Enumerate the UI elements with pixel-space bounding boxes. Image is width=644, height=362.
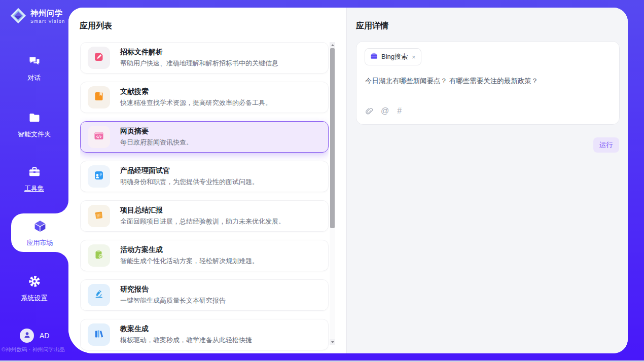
app-detail-title: 应用详情 <box>356 21 388 31</box>
gear-icon <box>28 275 41 290</box>
sidebar-item-1[interactable]: 智能文件夹 <box>0 111 68 139</box>
app-list-title: 应用列表 <box>80 21 112 31</box>
scroll-thumb[interactable] <box>330 48 335 228</box>
brand-logo: 神州问学 Smart Vision <box>9 7 65 27</box>
app-card-1[interactable]: 文献搜索 快速精准查找学术资源，提高研究效率的必备工具。 <box>80 82 329 113</box>
user-initials: AD <box>40 332 49 340</box>
app-card-desc: 明确身份和职责，为您提供专业性的面试问题。 <box>120 177 259 187</box>
prompt-input[interactable]: 今日湖北有哪些新闻要点？ 有哪些需要关注的最新政策？ <box>365 76 611 86</box>
sidebar-item-label: 对话 <box>28 74 41 83</box>
app-card-title: 文献搜索 <box>120 87 272 96</box>
bubble-notch-bottom <box>55 252 68 265</box>
scroll-down-icon[interactable] <box>330 339 335 345</box>
scroll-up-icon[interactable] <box>330 42 335 48</box>
sidebar: 神州问学 Smart Vision 对话 智能文件夹 工具集 应用市场 系统设置 <box>0 0 68 362</box>
sidebar-item-4[interactable]: 系统设置 <box>0 275 68 303</box>
books-icon <box>93 328 104 341</box>
app-card-3[interactable]: 产品经理面试官 明确身份和职责，为您提供专业性的面试问题。 <box>80 161 329 192</box>
avatar <box>20 329 34 343</box>
app-card-title: 网页摘要 <box>120 127 193 136</box>
cube-icon <box>32 219 48 236</box>
toolbox-icon <box>28 165 41 180</box>
book-icon <box>93 91 104 104</box>
app-detail-panel: 应用详情 Bing搜索 × 今日湖北有哪些新闻要点？ 有哪些需要关注的最新政策？… <box>347 8 628 353</box>
tool-tag-label: Bing搜索 <box>381 52 408 61</box>
app-card-7[interactable]: 教案生成 模板驱动，教案秒成，教学准备从此轻松快捷 <box>80 319 329 350</box>
user-chip[interactable]: AD <box>20 329 49 343</box>
app-card-desc: 一键智能生成高质量长文本研究报告 <box>120 296 226 305</box>
tag-close-icon[interactable]: × <box>412 53 416 61</box>
app-card-title: 教案生成 <box>120 324 252 334</box>
doc-edit-icon <box>93 51 104 64</box>
microscope-icon <box>93 288 104 302</box>
browser-code-icon <box>93 130 104 143</box>
app-list-panel: 应用列表 招标文件解析 帮助用户快速、准确地理解和解析招标书中的关键信息 文献搜… <box>68 8 347 353</box>
app-card-title: 研究报告 <box>120 285 226 294</box>
app-card-2[interactable]: 网页摘要 每日政府新闻资讯快查。 <box>80 121 329 153</box>
app-card-5[interactable]: 活动方案生成 智能生成个性化活动方案，轻松解决规划难题。 <box>80 240 329 271</box>
app-icon-box <box>88 86 110 108</box>
sidebar-item-3[interactable]: 应用市场 <box>11 213 68 252</box>
paperclip-icon[interactable] <box>365 107 373 115</box>
app-card-title: 活动方案生成 <box>120 245 259 255</box>
app-card-title: 项目总结汇报 <box>120 206 285 215</box>
diamond-logo-icon <box>9 7 27 27</box>
app-icon-box <box>88 284 110 306</box>
sidebar-item-label: 应用市场 <box>27 238 53 247</box>
app-icon-box <box>88 244 110 267</box>
brand-name: 神州问学 <box>30 9 65 18</box>
app-icon-box <box>88 47 110 69</box>
chat-icon <box>28 55 41 70</box>
sidebar-item-0[interactable]: 对话 <box>0 55 68 83</box>
folder-icon <box>28 111 41 126</box>
prompt-card: Bing搜索 × 今日湖北有哪些新闻要点？ 有哪些需要关注的最新政策？ @ # <box>356 41 620 125</box>
sidebar-item-2[interactable]: 工具集 <box>0 165 68 193</box>
app-card-0[interactable]: 招标文件解析 帮助用户快速、准确地理解和解析招标书中的关键信息 <box>80 42 329 74</box>
briefcase-icon <box>370 52 378 62</box>
clipboard-check-icon <box>93 249 104 262</box>
note-icon <box>93 209 104 223</box>
run-button[interactable]: 运行 <box>593 137 619 153</box>
sidebar-item-label: 智能文件夹 <box>18 130 51 139</box>
app-card-title: 产品经理面试官 <box>120 166 259 175</box>
app-icon-box <box>88 126 110 148</box>
hash-icon[interactable]: # <box>397 107 402 115</box>
sidebar-item-label: 系统设置 <box>21 294 48 303</box>
tool-tag-bing-search[interactable]: Bing搜索 × <box>365 48 421 65</box>
app-card-4[interactable]: 项目总结汇报 全面回顾项目进展，总结经验教训，助力未来优化发展。 <box>80 200 329 232</box>
bubble-notch-top <box>55 200 68 213</box>
app-card-desc: 每日政府新闻资讯快查。 <box>120 138 193 147</box>
main-content: 应用列表 招标文件解析 帮助用户快速、准确地理解和解析招标书中的关键信息 文献搜… <box>68 8 628 353</box>
app-card-desc: 智能生成个性化活动方案，轻松解决规划难题。 <box>120 257 259 266</box>
app-card-desc: 快速精准查找学术资源，提高研究效率的必备工具。 <box>120 98 272 107</box>
sidebar-footer: ©神州数码 · 神州问学出品 <box>2 346 67 353</box>
app-card-desc: 模板驱动，教案秒成，教学准备从此轻松快捷 <box>120 336 252 345</box>
attachment-toolbar: @ # <box>365 107 402 115</box>
app-card-desc: 全面回顾项目进展，总结经验教训，助力未来优化发展。 <box>120 217 285 226</box>
app-list: 招标文件解析 帮助用户快速、准确地理解和解析招标书中的关键信息 文献搜索 快速精… <box>80 42 329 353</box>
app-icon-box <box>88 165 110 188</box>
sidebar-item-label: 工具集 <box>24 184 44 193</box>
brand-tagline: Smart Vision <box>30 19 65 24</box>
app-icon-box <box>88 205 110 227</box>
app-card-desc: 帮助用户快速、准确地理解和解析招标书中的关键信息 <box>120 59 278 68</box>
app-card-title: 招标文件解析 <box>120 48 278 57</box>
person-icon <box>23 331 31 341</box>
interviewer-icon <box>93 170 104 183</box>
app-card-6[interactable]: 研究报告 一键智能生成高质量长文本研究报告 <box>80 279 329 311</box>
app-icon-box <box>88 323 110 346</box>
list-scrollbar[interactable] <box>330 42 335 345</box>
at-icon[interactable]: @ <box>381 107 389 115</box>
